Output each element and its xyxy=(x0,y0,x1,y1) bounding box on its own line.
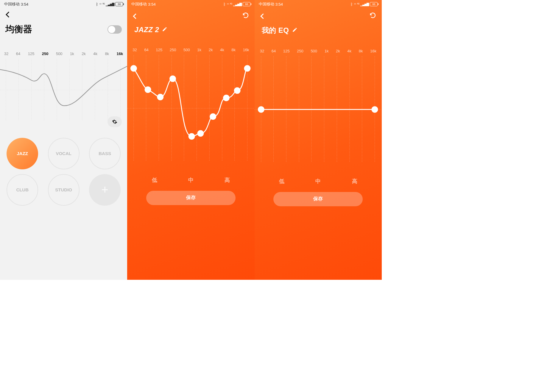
header: 均衡器 xyxy=(0,8,127,35)
freq-label: 64 xyxy=(16,51,20,56)
svg-point-24 xyxy=(157,94,164,100)
freq-label: 2k xyxy=(209,48,213,52)
wifi-icon: ⌔ xyxy=(99,2,101,6)
band-tab[interactable]: 中 xyxy=(315,178,321,185)
preset-club[interactable]: CLUB xyxy=(7,174,38,206)
status-right: ᛒ ⌔ ⁵ᴳ ▁▃▅▇ 66 xyxy=(223,2,250,7)
freq-label: 250 xyxy=(297,49,303,53)
eq-curve-chart[interactable] xyxy=(127,52,254,165)
svg-point-31 xyxy=(244,65,251,72)
eq-title: 我的 EQ xyxy=(262,26,289,35)
screen-equalizer-list: 中国移动 3:54 ᛒ ⌔ ⁵ᴳ ▁▃▅▇ 66 均衡器 32641252505… xyxy=(0,0,127,280)
signal-icon: ▁▃▅▇ xyxy=(360,2,369,6)
header xyxy=(255,8,382,20)
band-tabs: 低中高 xyxy=(255,178,382,185)
frequency-labels: 32641252505001k2k4k8k16k xyxy=(255,49,382,53)
rename-button[interactable] xyxy=(292,27,297,34)
eq-preview-chart xyxy=(0,56,127,124)
freq-label: 250 xyxy=(170,48,176,52)
band-tab[interactable]: 低 xyxy=(152,177,157,184)
gear-icon xyxy=(112,119,117,124)
wifi-icon: ⌔ xyxy=(227,2,229,6)
freq-label: 2k xyxy=(82,51,86,56)
battery-icon: 66 xyxy=(243,2,250,6)
freq-label: 1k xyxy=(70,51,74,56)
band-tab[interactable]: 低 xyxy=(279,178,284,185)
freq-label: 500 xyxy=(56,51,63,56)
freq-label: 16k xyxy=(370,49,376,53)
signal-icon: ▁▃▅▇ xyxy=(106,2,114,6)
freq-label: 4k xyxy=(220,48,224,52)
status-time: 3:54 xyxy=(148,2,155,7)
status-time: 3:54 xyxy=(275,2,283,7)
freq-label: 32 xyxy=(133,48,137,52)
svg-point-28 xyxy=(210,113,216,120)
freq-label: 250 xyxy=(42,51,49,56)
network-icon: ⁵ᴳ xyxy=(230,2,232,6)
reset-button[interactable] xyxy=(242,12,249,20)
title-row: JAZZ 2 xyxy=(127,20,254,34)
freq-label: 8k xyxy=(105,51,109,56)
undo-icon xyxy=(242,12,249,19)
svg-point-22 xyxy=(130,65,137,72)
signal-icon: ▁▃▅▇ xyxy=(233,2,241,6)
settings-button[interactable] xyxy=(107,116,122,127)
save-button[interactable]: 保存 xyxy=(273,192,363,206)
bluetooth-icon: ᛒ xyxy=(223,2,226,7)
preset-bass[interactable]: BASS xyxy=(89,138,121,169)
status-left: 中国移动 3:54 xyxy=(131,1,155,7)
freq-label: 1k xyxy=(197,48,201,52)
svg-point-23 xyxy=(145,86,151,93)
eq-curve-chart[interactable] xyxy=(255,53,382,166)
svg-point-45 xyxy=(371,106,378,113)
eq-toggle[interactable] xyxy=(107,25,122,34)
pencil-icon xyxy=(292,27,297,32)
reset-button[interactable] xyxy=(369,12,376,20)
title-row: 我的 EQ xyxy=(255,20,382,35)
band-tab[interactable]: 中 xyxy=(188,177,194,184)
svg-point-27 xyxy=(197,130,204,137)
battery-icon: 66 xyxy=(370,2,378,6)
preset-grid: JAZZVOCALBASSCLUBSTUDIO+ xyxy=(0,138,127,206)
freq-label: 500 xyxy=(311,49,317,53)
screen-eq-edit-jazz2: 中国移动 3:54 ᛒ ⌔ ⁵ᴳ ▁▃▅▇ 66 JAZZ 2 32641252… xyxy=(127,0,254,280)
freq-label: 64 xyxy=(144,48,148,52)
back-icon[interactable] xyxy=(6,12,12,18)
eq-title: JAZZ 2 xyxy=(134,26,159,34)
freq-label: 2k xyxy=(336,49,340,53)
svg-point-25 xyxy=(169,76,176,82)
svg-point-26 xyxy=(188,133,195,140)
status-right: ᛒ ⌔ ⁵ᴳ ▁▃▅▇ 66 xyxy=(96,2,123,7)
page-title: 均衡器 xyxy=(5,23,32,35)
bluetooth-icon: ᛒ xyxy=(350,2,353,7)
preset-vocal[interactable]: VOCAL xyxy=(48,138,80,169)
freq-label: 4k xyxy=(93,51,97,56)
status-left: 中国移动 3:54 xyxy=(4,1,28,7)
status-carrier: 中国移动 xyxy=(259,1,274,7)
status-time: 3:54 xyxy=(21,2,28,7)
back-icon[interactable] xyxy=(260,13,266,19)
save-button[interactable]: 保存 xyxy=(146,191,236,205)
status-right: ᛒ ⌔ ⁵ᴳ ▁▃▅▇ 66 xyxy=(350,2,378,7)
svg-point-44 xyxy=(258,106,264,113)
freq-label: 125 xyxy=(283,49,290,53)
freq-label: 500 xyxy=(183,48,190,52)
rename-button[interactable] xyxy=(162,26,167,33)
wifi-icon: ⌔ xyxy=(354,2,356,6)
band-tabs: 低中高 xyxy=(127,177,254,184)
network-icon: ⁵ᴳ xyxy=(357,2,359,6)
freq-label: 16k xyxy=(243,48,249,52)
header xyxy=(127,8,254,20)
bluetooth-icon: ᛒ xyxy=(96,2,98,7)
add-preset-button[interactable]: + xyxy=(89,174,121,206)
preset-studio[interactable]: STUDIO xyxy=(48,174,80,206)
svg-point-30 xyxy=(234,87,241,94)
band-tab[interactable]: 高 xyxy=(352,178,357,185)
preset-jazz[interactable]: JAZZ xyxy=(7,138,38,169)
freq-label: 32 xyxy=(260,49,264,53)
band-tab[interactable]: 高 xyxy=(225,177,230,184)
freq-label: 8k xyxy=(231,48,236,52)
battery-icon: 66 xyxy=(115,2,123,6)
freq-label: 64 xyxy=(272,49,276,53)
back-icon[interactable] xyxy=(133,13,138,19)
